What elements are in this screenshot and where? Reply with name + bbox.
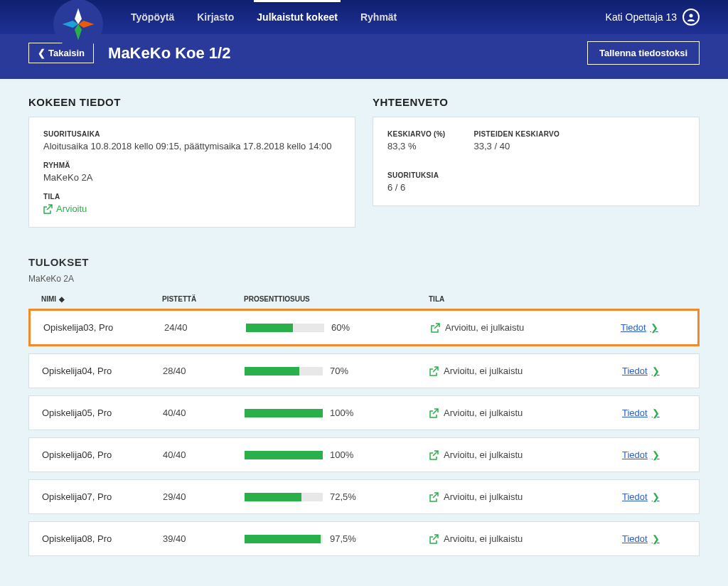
- avg-pct-label: KESKIARVO (%): [387, 130, 446, 138]
- nav-kirjasto[interactable]: Kirjasto: [194, 1, 237, 33]
- nav-julkaistut-kokeet[interactable]: Julkaistut kokeet: [254, 1, 341, 33]
- progress-bar: [245, 535, 323, 543]
- submissions-value: 6 / 6: [387, 182, 685, 193]
- progress-bar: [245, 367, 323, 375]
- table-row: Opiskelija03, Pro24/4060%Arvioitu, ei ju…: [28, 309, 700, 346]
- results-heading: TULOKSET: [28, 256, 700, 268]
- details-link[interactable]: Tiedot ❯: [622, 533, 686, 544]
- state-label: TILA: [43, 193, 341, 201]
- row-status-text: Arvioitu, ei julkaistu: [444, 407, 523, 418]
- student-name: Opiskelija07, Pro: [42, 491, 163, 502]
- points-cell: 40/40: [163, 407, 245, 418]
- col-header-state: TILA: [429, 295, 623, 303]
- details-link[interactable]: Tiedot ❯: [622, 366, 686, 376]
- logo: [28, 0, 128, 49]
- svg-marker-3: [63, 21, 79, 28]
- evaluated-icon: [429, 366, 439, 376]
- back-button-label: Takaisin: [48, 48, 85, 58]
- group-label: RYHMÄ: [43, 161, 341, 169]
- student-name: Opiskelija05, Pro: [42, 407, 163, 418]
- chevron-right-icon: ❯: [651, 322, 658, 333]
- points-cell: 29/40: [163, 491, 245, 502]
- pct-label: 60%: [331, 322, 350, 333]
- evaluated-icon: [431, 323, 441, 333]
- pct-label: 100%: [330, 407, 353, 418]
- chevron-right-icon: ❯: [652, 491, 660, 502]
- results-group-label: MaKeKo 2A: [28, 274, 700, 284]
- nav-ryhmat[interactable]: Ryhmät: [358, 1, 400, 33]
- svg-marker-1: [78, 21, 95, 28]
- exam-details-card: SUORITUSAIKA Aloitusaika 10.8.2018 kello…: [28, 117, 355, 228]
- flower-logo-icon: [60, 6, 96, 42]
- page-title: MaKeKo Koe 1/2: [108, 44, 230, 63]
- save-as-file-button[interactable]: Tallenna tiedostoksi: [587, 41, 700, 65]
- col-header-points: PISTETTÄ: [162, 295, 244, 303]
- chevron-right-icon: ❯: [652, 449, 660, 460]
- student-name: Opiskelija03, Pro: [43, 322, 164, 333]
- group-value: MaKeKo 2A: [43, 172, 341, 183]
- row-status-text: Arvioitu, ei julkaistu: [444, 533, 523, 544]
- avg-points-label: PISTEIDEN KESKIARVO: [474, 130, 560, 138]
- sort-icon: ◆: [59, 295, 65, 303]
- points-cell: 40/40: [163, 449, 245, 460]
- progress-bar: [245, 409, 323, 417]
- col-header-name-label: NIMI: [41, 295, 56, 303]
- chevron-left-icon: ❮: [38, 48, 46, 58]
- row-status-text: Arvioitu, ei julkaistu: [444, 449, 523, 460]
- details-link[interactable]: Tiedot ❯: [622, 449, 686, 460]
- chevron-right-icon: ❯: [652, 533, 660, 544]
- table-row: Opiskelija05, Pro40/40100%Arvioitu, ei j…: [28, 395, 700, 430]
- progress-bar: [246, 324, 324, 332]
- pct-label: 97,5%: [330, 533, 356, 544]
- student-name: Opiskelija04, Pro: [42, 366, 163, 376]
- state-value-text: Arvioitu: [56, 203, 87, 214]
- avg-pct-value: 83,3 %: [387, 141, 446, 151]
- evaluated-icon: [429, 408, 439, 418]
- student-name: Opiskelija08, Pro: [42, 533, 163, 544]
- progress-bar: [245, 451, 323, 459]
- col-header-pct: PROSENTTIOSUUS: [244, 295, 429, 303]
- row-status-text: Arvioitu, ei julkaistu: [445, 322, 524, 333]
- chevron-right-icon: ❯: [652, 407, 660, 418]
- table-row: Opiskelija07, Pro29/4072,5%Arvioitu, ei …: [28, 479, 700, 514]
- pct-label: 72,5%: [330, 491, 356, 502]
- summary-heading: YHTEENVETO: [373, 96, 700, 108]
- points-cell: 24/40: [164, 322, 246, 333]
- exam-details-heading: KOKEEN TIEDOT: [28, 96, 355, 108]
- points-cell: 28/40: [163, 366, 245, 376]
- user-name-label: Kati Opettaja 13: [606, 11, 677, 23]
- svg-marker-2: [75, 24, 82, 41]
- evaluated-icon: [429, 492, 439, 502]
- evaluated-icon: [43, 204, 53, 214]
- pct-label: 70%: [330, 366, 348, 376]
- row-status-text: Arvioitu, ei julkaistu: [444, 491, 523, 502]
- user-avatar-icon: [682, 9, 700, 26]
- user-menu[interactable]: Kati Opettaja 13: [606, 9, 700, 26]
- avg-points-value: 33,3 / 40: [474, 141, 560, 151]
- summary-card: KESKIARVO (%) 83,3 % PISTEIDEN KESKIARVO…: [373, 117, 700, 206]
- progress-bar: [245, 493, 323, 501]
- points-cell: 39/40: [163, 533, 245, 544]
- evaluated-icon: [429, 450, 439, 460]
- row-status-text: Arvioitu, ei julkaistu: [444, 366, 523, 376]
- table-row: Opiskelija04, Pro28/4070%Arvioitu, ei ju…: [28, 353, 700, 388]
- chevron-right-icon: ❯: [652, 366, 660, 376]
- time-label: SUORITUSAIKA: [43, 130, 341, 138]
- time-value: Aloitusaika 10.8.2018 kello 09:15, päätt…: [43, 141, 341, 151]
- col-header-name[interactable]: NIMI ◆: [41, 295, 162, 303]
- evaluated-icon: [429, 534, 439, 544]
- details-link[interactable]: Tiedot ❯: [622, 491, 686, 502]
- details-link[interactable]: Tiedot ❯: [622, 407, 686, 418]
- details-link[interactable]: Tiedot ❯: [621, 322, 685, 333]
- nav-tyopoyta[interactable]: Työpöytä: [128, 1, 177, 33]
- svg-marker-0: [75, 9, 82, 25]
- table-row: Opiskelija08, Pro39/4097,5%Arvioitu, ei …: [28, 521, 700, 556]
- student-name: Opiskelija06, Pro: [42, 449, 163, 460]
- table-row: Opiskelija06, Pro40/40100%Arvioitu, ei j…: [28, 437, 700, 472]
- state-value: Arvioitu: [43, 203, 341, 214]
- pct-label: 100%: [330, 449, 353, 460]
- submissions-label: SUORITUKSIA: [387, 171, 685, 179]
- svg-point-4: [690, 14, 693, 18]
